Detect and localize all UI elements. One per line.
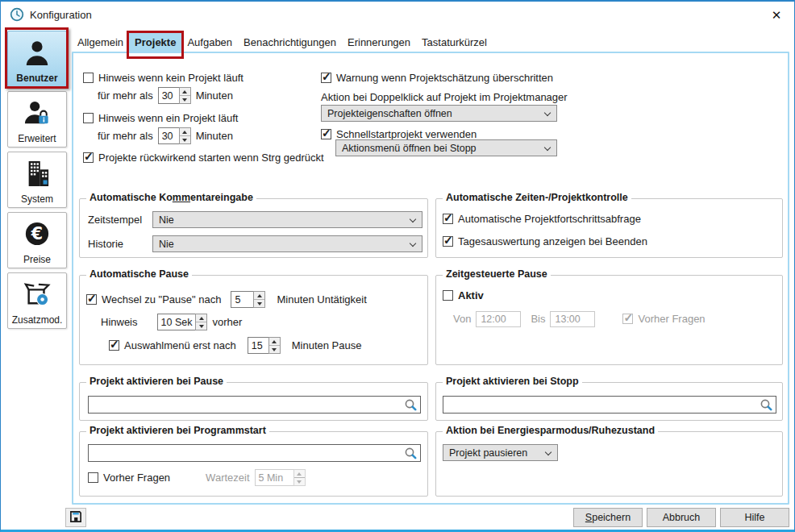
group-title: Projekt aktivieren bei Pause	[86, 376, 227, 387]
tab-benachrichtigungen[interactable]: Benachrichtigungen	[238, 32, 342, 52]
tab-content-projekte: Hinweis wenn kein Projekt läuft für mehr…	[72, 52, 789, 505]
checkbox-warnung-projektschaetzung[interactable]	[321, 73, 331, 83]
button-label: Speichern	[585, 512, 631, 523]
checkbox-label[interactable]: Automatische Projektfortschrittsabfrage	[458, 213, 641, 225]
save-tool-button[interactable]	[65, 508, 86, 527]
spinner-value[interactable]: 30	[158, 127, 179, 144]
sidebar-item-zusatzmodule[interactable]: Zusatzmod.	[7, 272, 67, 329]
projekt-programmstart-search-input[interactable]	[88, 444, 421, 462]
checkbox-vorher-fragen[interactable]	[88, 472, 98, 483]
user-icon	[23, 36, 51, 68]
checkbox-label[interactable]: Warnung wenn Projektschätzung überschrit…	[336, 72, 553, 84]
spinner-up-button[interactable]	[180, 128, 190, 135]
sidebar-item-label: Benutzer	[16, 73, 57, 84]
checkbox-label[interactable]: Projekte rückwirkend starten wenn Strg g…	[98, 152, 324, 164]
spinner-value[interactable]: 15	[248, 337, 268, 354]
doppelklick-aktion-label: Aktion bei Doppelklick auf Projekt im Pr…	[321, 91, 568, 103]
tab-label: Erinnerungen	[348, 36, 410, 48]
spinner-value: 5 Min	[255, 469, 293, 486]
chevron-down-icon	[410, 216, 416, 222]
checkbox-label[interactable]: Vorher Fragen	[103, 472, 170, 484]
checkbox-label[interactable]: Schnellstartprojekt verwenden	[336, 128, 477, 140]
zeitstempel-dropdown[interactable]: Nie	[152, 211, 422, 228]
spinner-up-button	[294, 470, 305, 477]
checkbox-projektfortschrittsabfrage[interactable]	[443, 214, 453, 224]
tab-label: Benachrichtigungen	[243, 36, 336, 48]
energiesparmodus-dropdown[interactable]: Projekt pausieren	[443, 444, 558, 461]
close-button[interactable]: ✕	[767, 6, 786, 24]
chevron-down-icon	[544, 144, 551, 151]
checkbox-label[interactable]: Tagesauswertung anzeigen bei Beenden	[458, 235, 647, 247]
spinner-up-button[interactable]	[254, 292, 264, 299]
clock-app-icon	[10, 7, 24, 24]
tab-tastaturkuerzel[interactable]: Tastaturkürzel	[416, 32, 493, 52]
minuten-pause-label: Minuten Pause	[292, 339, 362, 351]
schnellstart-aktion-dropdown[interactable]: Aktionsmenü öffnen bei Stopp	[335, 139, 557, 156]
projekt-pause-search-input[interactable]	[88, 396, 421, 414]
spinner-down-button[interactable]	[269, 345, 280, 353]
chevron-down-icon	[545, 449, 552, 455]
save-button[interactable]: Speichern	[573, 508, 643, 527]
sidebar-item-benutzer[interactable]: Benutzer	[7, 31, 67, 87]
spinner-down-button[interactable]	[180, 135, 190, 143]
checkbox-aktiv[interactable]	[443, 290, 453, 301]
sidebar-item-preise[interactable]: € Preise	[7, 212, 67, 268]
checkbox-wechsel-zu-pause[interactable]	[86, 294, 97, 305]
chevron-down-icon	[410, 240, 416, 247]
group-title: Aktion bei Energiesparmodus/Ruhezustand	[443, 425, 658, 436]
checkbox-label[interactable]: Aktiv	[458, 289, 484, 301]
euro-coin-icon: €	[23, 218, 51, 249]
historie-dropdown[interactable]: Nie	[152, 235, 422, 252]
checkbox-tagesauswertung[interactable]	[443, 236, 453, 247]
checkbox-hinweis-kein-projekt[interactable]	[83, 73, 94, 83]
sidebar-item-system[interactable]: System	[7, 152, 67, 208]
spinner-up-button[interactable]	[180, 88, 190, 95]
projekt-stopp-search-input[interactable]	[443, 396, 776, 414]
spinner-up-button[interactable]	[269, 338, 280, 345]
magnifier-icon[interactable]	[404, 398, 418, 414]
building-icon	[23, 157, 51, 189]
user-lock-icon	[23, 97, 51, 128]
dropdown-value: Projekteigenschaften öffnen	[327, 108, 452, 119]
doppelklick-aktion-dropdown[interactable]: Projekteigenschaften öffnen	[321, 105, 557, 122]
spinner-value[interactable]: 5	[231, 291, 253, 308]
fuer-mehr-als-label: für mehr als	[98, 89, 153, 102]
arrow-up-icon	[272, 340, 277, 343]
checkbox-label[interactable]: Hinweis wenn ein Projekt läuft	[98, 112, 238, 124]
help-button[interactable]: Hilfe	[720, 508, 789, 527]
dropdown-value: Aktionsmenü öffnen bei Stopp	[342, 143, 477, 154]
tab-allgemein[interactable]: Allgemein	[72, 32, 129, 52]
group-title: Zeitgesteuerte Pause	[443, 268, 551, 280]
checkbox-auswahlmenue[interactable]	[109, 340, 119, 351]
checkbox-label[interactable]: Auswahlmenü erst nach	[124, 339, 236, 351]
dropdown-value: Nie	[159, 214, 174, 226]
spinner-value[interactable]: 10 Sek	[157, 314, 196, 330]
vorher-label: vorher	[212, 316, 242, 328]
chevron-down-icon	[544, 110, 551, 116]
cancel-button[interactable]: Abbruch	[647, 508, 716, 527]
dropdown-value: Nie	[159, 239, 174, 250]
checkbox-vorher-fragen-disabled	[622, 314, 633, 324]
tab-aufgaben[interactable]: Aufgaben	[181, 32, 238, 52]
spinner-down-button[interactable]	[180, 95, 190, 103]
spinner-up-button[interactable]	[196, 314, 206, 322]
sidebar-item-erweitert[interactable]: Erweitert	[7, 91, 67, 148]
tab-projekte[interactable]: Projekte	[129, 32, 181, 52]
magnifier-icon[interactable]	[760, 398, 773, 414]
checkbox-rueckwirkend-starten[interactable]	[83, 152, 94, 163]
checkbox-schnellstartprojekt[interactable]	[321, 129, 331, 139]
spinner-down-button[interactable]	[254, 299, 264, 307]
magnifier-icon[interactable]	[404, 447, 418, 463]
checkbox-label[interactable]: Hinweis wenn kein Projekt läuft	[98, 72, 243, 84]
dropdown-value: Projekt pausieren	[449, 447, 527, 459]
checkbox-label[interactable]: Wechsel zu "Pause" nach	[102, 293, 221, 305]
arrow-up-icon	[199, 317, 204, 320]
tab-erinnerungen[interactable]: Erinnerungen	[342, 32, 416, 52]
arrow-down-icon	[199, 325, 204, 328]
tab-label: Projekte	[135, 36, 176, 48]
spinner-value[interactable]: 30	[158, 87, 179, 104]
pause-minutes-spinner: 5	[231, 291, 265, 308]
checkbox-hinweis-ein-projekt[interactable]	[83, 113, 94, 123]
button-label: Hilfe	[744, 512, 764, 523]
spinner-down-button[interactable]	[196, 322, 206, 330]
